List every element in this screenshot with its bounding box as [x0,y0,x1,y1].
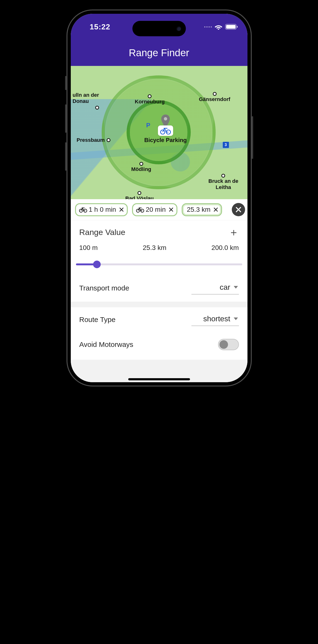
chevron-down-icon [234,286,238,288]
transport-mode-value: car [220,283,230,292]
city-label-badvoeslau: Bad Vöslau [125,191,154,199]
map-center-marker[interactable]: Bicycle Parking [144,114,187,144]
chip-close-icon[interactable]: ✕ [168,206,174,214]
close-icon [235,206,242,213]
bicycle-icon [136,206,144,213]
city-label-bruck: Bruck an de Leitha [209,174,238,190]
svg-point-3 [164,117,167,120]
map-center-label: Bicycle Parking [144,137,187,144]
add-range-button[interactable]: ＋ [228,227,239,237]
range-current-label: 25.3 km [143,244,167,252]
city-label-pressbaum: Pressbaum [77,137,111,143]
chip-close-icon[interactable]: ✕ [118,206,124,214]
status-clock: 15:22 [83,22,110,31]
chip-label: 1 h 0 min [89,206,116,214]
route-type-select[interactable]: shortest [191,313,239,326]
range-chips-row: 1 h 0 min ✕ 20 min ✕ 25.3 km ✕ [71,199,247,220]
range-chip-selected[interactable]: 25.3 km ✕ [182,203,222,216]
app-title: Range Finder [71,40,247,66]
range-min-label: 100 m [79,244,98,252]
svg-rect-2 [237,26,238,28]
range-value-heading: Range Value [79,228,125,237]
city-label-gaenserndorf: Gänserndorf [199,92,230,102]
road-badge-3: 3 [223,142,229,148]
svg-rect-1 [226,25,236,29]
avoid-motorways-label: Avoid Motorways [79,340,133,348]
chip-label: 25.3 km [187,206,211,214]
route-type-label: Route Type [79,316,116,324]
route-type-value: shortest [203,314,230,323]
front-camera [176,26,181,31]
transport-mode-select[interactable]: car [191,282,239,294]
close-sheet-button[interactable] [232,203,245,216]
chevron-down-icon [234,318,238,320]
city-label-korneuburg: Korneuburg [135,94,165,105]
phone-frame: 15:22 Range Finder ulln an der Donau Kor… [67,10,252,386]
phone-side-button [65,104,67,133]
toggle-knob [219,340,228,349]
chip-close-icon[interactable]: ✕ [213,206,219,214]
slider-thumb[interactable] [93,260,101,268]
chip-label: 20 min [146,206,166,214]
phone-side-button [65,76,67,90]
cell-dots-icon [204,26,212,28]
phone-side-button [252,116,253,159]
map-view[interactable]: ulln an der Donau Korneuburg Gänserndorf… [71,66,247,199]
city-label-tulln: ulln an der Donau [73,92,99,110]
dynamic-island [132,21,186,36]
slider-track [76,264,242,265]
battery-icon [225,24,238,30]
settings-sheet[interactable]: Range Value ＋ 100 m 25.3 km 200.0 km [71,220,247,382]
bicycle-icon [79,206,87,213]
screen: 15:22 Range Finder ulln an der Donau Kor… [71,14,247,382]
transport-mode-label: Transport mode [79,284,129,292]
range-chip[interactable]: 1 h 0 min ✕ [75,203,128,216]
range-slider[interactable] [76,257,242,271]
status-indicators [204,24,238,30]
wifi-icon [215,24,222,30]
bicycle-icon [158,126,173,136]
home-indicator[interactable] [128,378,190,380]
phone-side-button [65,142,67,171]
avoid-motorways-toggle[interactable] [218,339,239,350]
range-chip[interactable]: 20 min ✕ [132,203,178,216]
city-label-moedling: Mödling [131,162,151,172]
range-max-label: 200.0 km [211,244,239,252]
